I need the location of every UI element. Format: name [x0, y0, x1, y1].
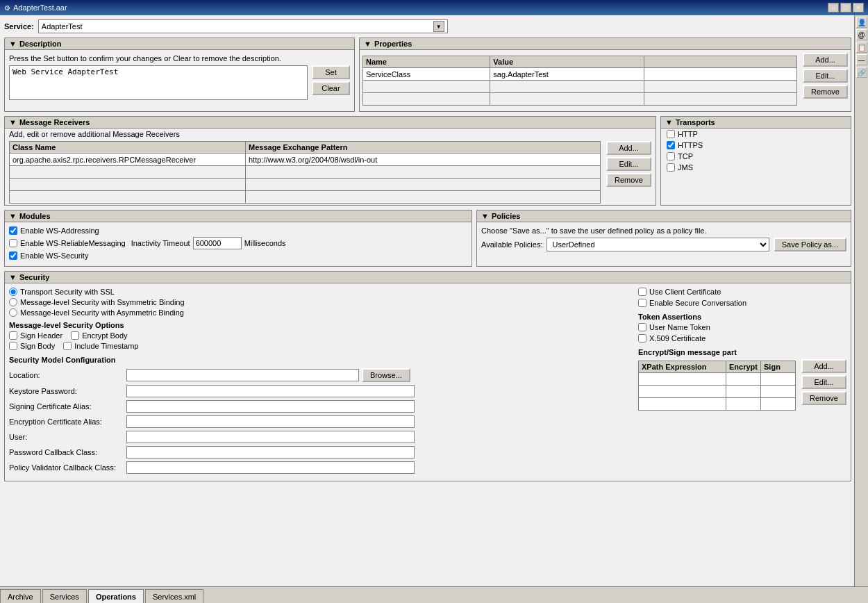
encrypt-row-2[interactable] [639, 386, 796, 398]
password-callback-input[interactable] [126, 446, 415, 459]
security-symmetric-radio[interactable] [9, 298, 17, 306]
toolbar-email-icon[interactable]: @ [856, 29, 867, 40]
toolbar-user-icon[interactable]: 👤 [856, 17, 867, 28]
signing-alias-input[interactable] [126, 400, 415, 413]
opt-encrypt-body[interactable]: Encrypt Body [71, 331, 127, 340]
description-textarea[interactable]: Web Service AdapterTest [9, 65, 308, 100]
transport-tcp-checkbox[interactable] [667, 152, 675, 160]
include-timestamp-label: Include Timestamp [74, 342, 138, 350]
transports-panel: ▼ Transports HTTP HTTPS TCP [660, 116, 851, 206]
properties-title: Properties [374, 40, 412, 48]
tab-services[interactable]: Services [42, 589, 87, 603]
transport-jms[interactable]: JMS [661, 162, 851, 173]
x509-cert-checkbox[interactable] [638, 334, 646, 342]
save-policy-button[interactable]: Save Policy as... [774, 238, 846, 251]
use-client-cert-checkbox[interactable] [638, 288, 646, 296]
encryption-alias-input[interactable] [126, 415, 415, 428]
include-timestamp-checkbox[interactable] [63, 342, 72, 350]
tab-services-xml[interactable]: Services.xml [145, 589, 203, 603]
opt-include-timestamp[interactable]: Include Timestamp [63, 342, 138, 350]
toolbar-minus-icon[interactable]: — [856, 54, 867, 65]
form-row-policy-validator: Policy Validator Callback Class: [9, 461, 624, 474]
encrypt-row-3[interactable] [639, 398, 796, 411]
description-header: ▼ Description [5, 38, 354, 50]
clear-button[interactable]: Clear [312, 81, 350, 95]
policy-validator-input[interactable] [126, 461, 415, 474]
transport-https[interactable]: HTTPS [661, 140, 851, 151]
user-name-token[interactable]: User Name Token [638, 323, 846, 331]
props-row-3[interactable] [363, 93, 797, 106]
transport-http[interactable]: HTTP [661, 129, 851, 140]
props-add-button[interactable]: Add... [803, 53, 848, 67]
sign-header-checkbox[interactable] [9, 331, 17, 340]
transport-jms-checkbox[interactable] [667, 163, 675, 172]
tab-archive[interactable]: Archive [0, 589, 41, 603]
props-row-1[interactable]: ServiceClass sag.AdapterTest [363, 68, 797, 81]
encrypt-cell-encrypt-1 [726, 373, 761, 386]
encrypt-row-1[interactable] [639, 373, 796, 386]
msg-cell-pattern-2 [246, 166, 601, 179]
secure-conversation-checkbox[interactable] [638, 299, 646, 307]
minimize-button[interactable]: − [828, 3, 839, 13]
msg-add-button[interactable]: Add... [606, 141, 651, 155]
modules-policies-row: ▼ Modules Enable WS-Addressing Enable WS… [4, 210, 851, 267]
msg-row-3[interactable] [10, 179, 601, 191]
msg-row-4[interactable] [10, 191, 601, 204]
props-remove-button[interactable]: Remove [803, 85, 848, 99]
security-ssl-radio[interactable] [9, 288, 17, 296]
props-edit-button[interactable]: Edit... [803, 69, 848, 83]
encrypt-add-button[interactable]: Add... [801, 359, 846, 373]
msg-row-2[interactable] [10, 166, 601, 179]
keystore-input[interactable] [126, 385, 415, 397]
module-ws-addressing-checkbox[interactable] [9, 226, 17, 235]
module-ws-security[interactable]: Enable WS-Security [9, 251, 467, 260]
module-ws-security-checkbox[interactable] [9, 251, 17, 260]
props-cell-extra-2 [644, 81, 797, 93]
toolbar-link-icon[interactable]: 🔗 [856, 67, 867, 78]
user-input[interactable] [126, 431, 415, 443]
user-name-token-checkbox[interactable] [638, 323, 646, 331]
maximize-button[interactable]: □ [840, 3, 851, 13]
enable-secure-conversation[interactable]: Enable Secure Conversation [638, 299, 846, 307]
policies-title: Policies [492, 212, 521, 220]
security-radio-ssl[interactable]: Transport Security with SSL [9, 288, 624, 296]
encrypt-remove-button[interactable]: Remove [801, 391, 846, 405]
inactivity-timeout-input[interactable] [193, 237, 242, 249]
props-row-2[interactable] [363, 81, 797, 93]
modules-arrow-icon: ▼ [9, 212, 17, 220]
service-dropdown[interactable]: AdapterTest ▼ [38, 19, 448, 33]
encrypt-edit-button[interactable]: Edit... [801, 375, 846, 389]
transport-http-label: HTTP [678, 130, 698, 138]
x509-cert[interactable]: X.509 Certificate [638, 334, 846, 342]
msg-row-1[interactable]: org.apache.axis2.rpc.receivers.RPCMessag… [10, 154, 601, 166]
security-radio-asymmetric[interactable]: Message-level Security with Asymmetric B… [9, 308, 624, 317]
encrypt-body-checkbox[interactable] [71, 331, 79, 340]
module-ws-reliable-checkbox[interactable] [9, 239, 17, 247]
set-button[interactable]: Set [312, 65, 350, 79]
opt-sign-body[interactable]: Sign Body [9, 342, 55, 350]
policies-hint: Choose "Save as..." to save the user def… [481, 226, 846, 235]
transport-tcp[interactable]: TCP [661, 151, 851, 162]
transport-https-checkbox[interactable] [667, 141, 675, 149]
browse-button[interactable]: Browse... [362, 368, 410, 382]
toolbar-clipboard-icon[interactable]: 📋 [856, 42, 867, 53]
security-radio-symmetric[interactable]: Message-level Security with Ssymmetric B… [9, 298, 624, 306]
module-ws-addressing[interactable]: Enable WS-Addressing [9, 226, 467, 235]
close-button[interactable]: × [853, 3, 864, 13]
module-ws-reliable[interactable]: Enable WS-ReliableMessaging Inactivity T… [9, 237, 467, 249]
location-input[interactable] [126, 369, 359, 381]
policies-dropdown[interactable]: UserDefined None [546, 238, 769, 251]
security-asymmetric-radio[interactable] [9, 308, 17, 317]
msg-edit-button[interactable]: Edit... [606, 157, 651, 171]
transport-http-checkbox[interactable] [667, 130, 675, 138]
combo-arrow-icon[interactable]: ▼ [433, 21, 444, 32]
tab-operations[interactable]: Operations [88, 589, 144, 603]
msg-col-classname: Class Name [10, 142, 246, 154]
use-client-cert[interactable]: Use Client Certificate [638, 288, 846, 296]
opt-sign-header[interactable]: Sign Header [9, 331, 62, 340]
sign-body-checkbox[interactable] [9, 342, 17, 350]
msg-remove-button[interactable]: Remove [606, 173, 651, 187]
form-row-location: Location: Browse... [9, 368, 624, 382]
bottom-tabs: Archive Services Operations Services.xml [0, 586, 868, 603]
module-ws-addressing-label: Enable WS-Addressing [20, 226, 99, 235]
